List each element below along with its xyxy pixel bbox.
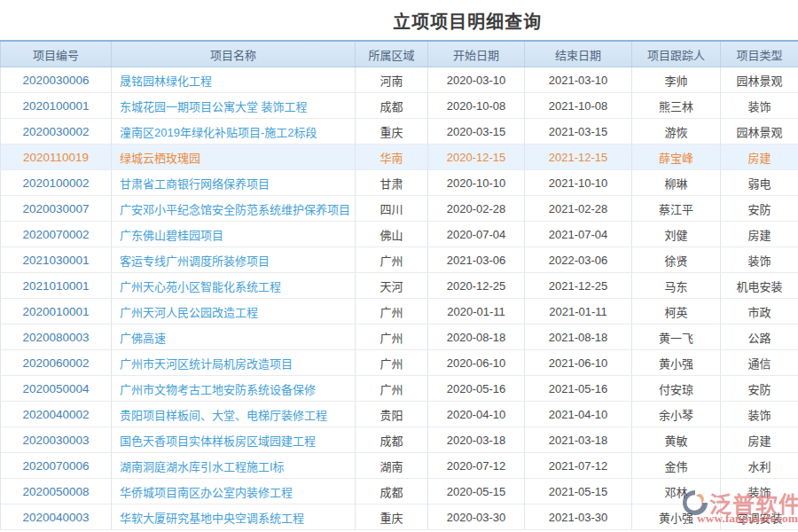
project-type-cell: 装饰 [721,402,798,427]
project-end-cell: 2021-07-04 [525,222,632,247]
project-row[interactable]: 2020050008 华侨城项目南区办公室内装修工程 成都 2020-05-15… [1,479,798,505]
project-end-cell: 2021-08-18 [525,325,632,350]
project-end-cell: 2021-03-10 [525,67,632,93]
project-name-link[interactable]: 广东佛山碧桂园项目 [112,222,356,247]
project-row[interactable]: 2020030003 国色天香项目实体样板房区域园建工程 成都 2020-03-… [1,427,798,453]
project-end-cell: 2021-07-12 [525,453,632,479]
project-code-cell: 2020030007 [1,196,112,222]
project-tracker-cell: 薛宝峰 [632,145,721,170]
project-row[interactable]: 2020040003 华软大厦研究基地中央空调系统工程 重庆 2020-03-3… [1,505,798,530]
project-start-cell: 2020-03-18 [428,427,525,453]
project-name-link[interactable]: 潼南区2019年绿化补贴项目-施工2标段 [112,119,356,145]
column-header-end[interactable]: 结束日期 [525,41,632,67]
column-header-region[interactable]: 所属区域 [356,41,428,67]
project-end-cell: 2021-05-15 [525,479,632,505]
project-type-cell: 房建 [721,145,798,170]
project-row[interactable]: 2020070002 广东佛山碧桂园项目 佛山 2020-07-04 2021-… [1,222,798,247]
project-start-cell: 2020-05-15 [428,479,525,505]
project-name-link[interactable]: 广佛高速 [112,325,356,350]
project-start-cell: 2020-07-04 [428,222,525,247]
project-code-cell: 2020110019 [1,145,112,170]
project-start-cell: 2020-08-18 [428,325,525,350]
project-row[interactable]: 2021010001 广州天心苑小区智能化系统工程 天河 2020-12-25 … [1,273,798,299]
project-name-link[interactable]: 东城花园一期项目公寓大堂 装饰工程 [112,93,356,119]
project-start-cell: 2020-10-08 [428,93,525,119]
project-region-cell: 广州 [356,247,428,273]
project-detail-table: 项目编号 项目名称 所属区域 开始日期 结束日期 项目跟踪人 项目类型 2020… [0,40,798,530]
project-row[interactable]: 2020100002 甘肃省工商银行网络保养项目 甘肃 2020-10-10 2… [1,170,798,196]
project-end-cell: 2021-10-08 [525,93,632,119]
project-name-link[interactable]: 广州市天河区统计局机房改造项目 [112,350,356,376]
column-header-type[interactable]: 项目类型 [721,41,798,67]
project-tracker-cell: 金伟 [632,453,721,479]
project-name-link[interactable]: 华侨城项目南区办公室内装修工程 [112,479,356,505]
project-region-cell: 佛山 [356,222,428,247]
project-region-cell: 贵阳 [356,402,428,427]
project-end-cell: 2021-05-16 [525,376,632,402]
project-region-cell: 重庆 [356,119,428,145]
project-name-link[interactable]: 湖南洞庭湖水库引水工程施工I标 [112,453,356,479]
project-row[interactable]: 2020030002 潼南区2019年绿化补贴项目-施工2标段 重庆 2020-… [1,119,798,145]
project-row[interactable]: 2020010001 广州天河人民公园改造工程 广州 2020-01-11 20… [1,299,798,325]
project-row[interactable]: 2020060002 广州市天河区统计局机房改造项目 广州 2020-06-10… [1,350,798,376]
project-row[interactable]: 2020050004 广州市文物考古工地安防系统设备保修 广州 2020-05-… [1,376,798,402]
project-region-cell: 成都 [356,427,428,453]
project-name-link[interactable]: 客运专线广州调度所装修项目 [112,247,356,273]
project-name-link[interactable]: 广安邓小平纪念馆安全防范系统维护保养项目 [112,196,356,222]
project-type-cell: 安防 [721,196,798,222]
project-code-cell: 2020070006 [1,453,112,479]
project-code-cell: 2020100002 [1,170,112,196]
project-name-link[interactable]: 华软大厦研究基地中央空调系统工程 [112,505,356,530]
project-region-cell: 广州 [356,299,428,325]
project-start-cell: 2020-03-15 [428,119,525,145]
project-name-link[interactable]: 贵阳项目样板间、大堂、电梯厅装修工程 [112,402,356,427]
project-name-link[interactable]: 甘肃省工商银行网络保养项目 [112,170,356,196]
project-tracker-cell: 黄小强 [632,505,721,530]
project-row[interactable]: 2020100001 东城花园一期项目公寓大堂 装饰工程 成都 2020-10-… [1,93,798,119]
project-type-cell: 园林景观 [721,67,798,93]
project-row[interactable]: 2020030007 广安邓小平纪念馆安全防范系统维护保养项目 四川 2020-… [1,196,798,222]
project-type-cell: 园林景观 [721,119,798,145]
project-tracker-cell: 熊三林 [632,93,721,119]
table-header: 项目编号 项目名称 所属区域 开始日期 结束日期 项目跟踪人 项目类型 [1,41,798,67]
column-header-tracker[interactable]: 项目跟踪人 [632,41,721,67]
project-name-link[interactable]: 晟铭园林绿化工程 [112,67,356,93]
project-tracker-cell: 柯英 [632,299,721,325]
column-header-start[interactable]: 开始日期 [428,41,525,67]
project-tracker-cell: 徐贤 [632,247,721,273]
project-end-cell: 2022-03-06 [525,247,632,273]
column-header-name[interactable]: 项目名称 [112,41,356,67]
project-name-link[interactable]: 广州天心苑小区智能化系统工程 [112,273,356,299]
project-name-link[interactable]: 广州天河人民公园改造工程 [112,299,356,325]
project-end-cell: 2021-04-10 [525,402,632,427]
table-body: 2020030006 晟铭园林绿化工程 河南 2020-03-10 2021-0… [1,67,798,530]
project-type-cell: 公路 [721,325,798,350]
project-row[interactable]: 2021030001 客运专线广州调度所装修项目 广州 2021-03-06 2… [1,247,798,273]
project-region-cell: 湖南 [356,453,428,479]
project-code-cell: 2020030002 [1,119,112,145]
project-end-cell: 2021-03-18 [525,427,632,453]
project-start-cell: 2020-07-12 [428,453,525,479]
project-type-cell: 空调安装 [721,505,798,530]
project-name-link[interactable]: 国色天香项目实体样板房区域园建工程 [112,427,356,453]
project-region-cell: 四川 [356,196,428,222]
project-end-cell: 2021-03-15 [525,119,632,145]
project-tracker-cell: 邓林 [632,479,721,505]
project-row[interactable]: 2020080003 广佛高速 广州 2020-08-18 2021-08-18… [1,325,798,350]
project-name-link[interactable]: 广州市文物考古工地安防系统设备保修 [112,376,356,402]
project-code-cell: 2020050008 [1,479,112,505]
page-title: 立项项目明细查询 [393,12,542,32]
project-row[interactable]: 2020030006 晟铭园林绿化工程 河南 2020-03-10 2021-0… [1,67,798,93]
project-row[interactable]: 2020040002 贵阳项目样板间、大堂、电梯厅装修工程 贵阳 2020-04… [1,402,798,427]
project-start-cell: 2020-03-30 [428,505,525,530]
project-region-cell: 重庆 [356,505,428,530]
project-name-link[interactable]: 绿城云栖玫瑰园 [112,145,356,170]
project-tracker-cell: 蔡江平 [632,196,721,222]
project-start-cell: 2020-06-10 [428,350,525,376]
project-end-cell: 2021-10-10 [525,170,632,196]
project-row[interactable]: 2020070006 湖南洞庭湖水库引水工程施工I标 湖南 2020-07-12… [1,453,798,479]
column-header-code[interactable]: 项目编号 [1,41,112,67]
project-row[interactable]: 2020110019 绿城云栖玫瑰园 华南 2020-12-15 2021-12… [1,145,798,170]
project-type-cell: 弱电 [721,170,798,196]
project-end-cell: 2021-02-28 [525,196,632,222]
